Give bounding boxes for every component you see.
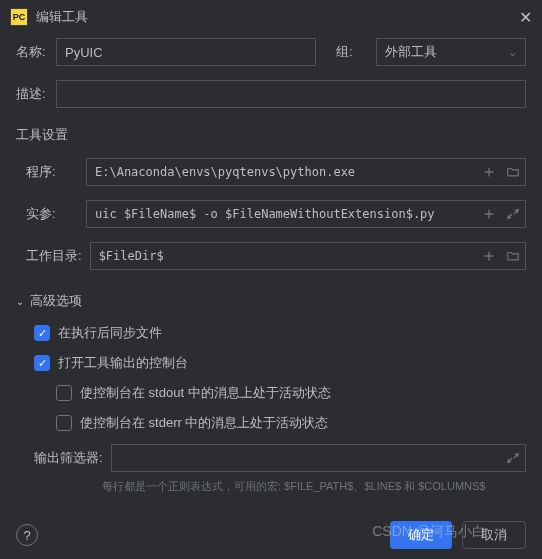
insert-macro-icon[interactable] — [477, 243, 501, 269]
chevron-down-icon: ⌄ — [16, 296, 24, 307]
name-input[interactable] — [56, 38, 316, 66]
sync-label: 在执行后同步文件 — [58, 324, 162, 342]
tool-settings-header: 工具设置 — [16, 126, 526, 144]
browse-folder-icon[interactable] — [501, 159, 525, 185]
program-input[interactable]: E:\Anaconda\envs\pyqtenvs\python.exe — [87, 165, 477, 179]
sync-checkbox[interactable] — [34, 325, 50, 341]
browse-folder-icon[interactable] — [501, 243, 525, 269]
program-label: 程序: — [16, 163, 78, 181]
filter-input[interactable] — [112, 445, 501, 471]
group-label: 组: — [336, 43, 368, 61]
ok-button[interactable]: 确定 — [390, 521, 452, 549]
name-label: 名称: — [16, 43, 48, 61]
filter-label: 输出筛选器: — [34, 449, 103, 467]
insert-macro-icon[interactable] — [477, 201, 501, 227]
group-value: 外部工具 — [385, 43, 437, 61]
console-checkbox[interactable] — [34, 355, 50, 371]
stdout-checkbox[interactable] — [56, 385, 72, 401]
expand-icon[interactable] — [501, 445, 525, 471]
desc-input[interactable] — [56, 80, 526, 108]
expand-icon[interactable] — [501, 201, 525, 227]
chevron-down-icon: ⌄ — [508, 46, 517, 59]
stderr-label: 使控制台在 stderr 中的消息上处于活动状态 — [80, 414, 328, 432]
console-label: 打开工具输出的控制台 — [58, 354, 188, 372]
app-icon: PC — [10, 8, 28, 26]
advanced-label: 高级选项 — [30, 292, 82, 310]
args-label: 实参: — [16, 205, 78, 223]
advanced-toggle[interactable]: ⌄ 高级选项 — [16, 292, 526, 310]
cancel-button[interactable]: 取消 — [462, 521, 526, 549]
stderr-checkbox[interactable] — [56, 415, 72, 431]
dialog-title: 编辑工具 — [36, 8, 88, 26]
args-input[interactable]: uic $FileName$ -o $FileNameWithoutExtens… — [87, 207, 477, 221]
help-button[interactable]: ? — [16, 524, 38, 546]
filter-hint: 每行都是一个正则表达式，可用的宏: $FILE_PATH$、$LINE$ 和 $… — [16, 472, 526, 495]
workdir-input[interactable]: $FileDir$ — [91, 249, 477, 263]
insert-macro-icon[interactable] — [477, 159, 501, 185]
close-icon[interactable]: ✕ — [519, 8, 532, 27]
group-select[interactable]: 外部工具 ⌄ — [376, 38, 526, 66]
title-bar: PC 编辑工具 ✕ — [0, 0, 542, 38]
workdir-label: 工作目录: — [16, 247, 82, 265]
stdout-label: 使控制台在 stdout 中的消息上处于活动状态 — [80, 384, 331, 402]
desc-label: 描述: — [16, 85, 48, 103]
